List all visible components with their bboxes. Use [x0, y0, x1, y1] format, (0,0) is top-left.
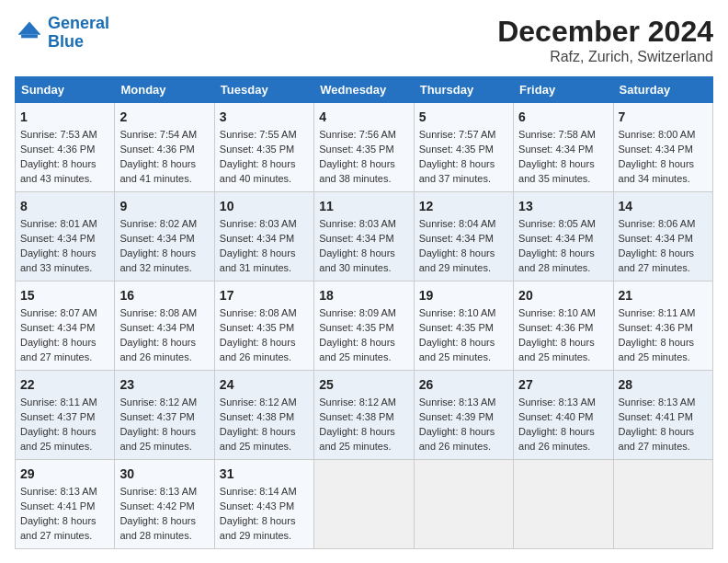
- calendar-cell: 7Sunrise: 8:00 AMSunset: 4:34 PMDaylight…: [613, 103, 712, 192]
- cell-text: Sunset: 4:38 PM: [319, 410, 408, 425]
- day-number: 11: [319, 197, 408, 215]
- cell-text: Sunrise: 8:13 AM: [119, 485, 209, 500]
- cell-text: Daylight: 8 hours: [220, 514, 309, 529]
- cell-text: Sunrise: 8:08 AM: [220, 306, 309, 321]
- cell-text: Daylight: 8 hours: [619, 157, 708, 172]
- cell-text: Sunset: 4:34 PM: [220, 232, 309, 247]
- cell-text: Sunrise: 8:13 AM: [419, 396, 508, 410]
- calendar-cell: 10Sunrise: 8:03 AMSunset: 4:34 PMDayligh…: [214, 192, 313, 282]
- cell-text: Sunrise: 8:00 AM: [619, 128, 708, 143]
- cell-text: and 31 minutes.: [220, 261, 309, 276]
- calendar-cell: 22Sunrise: 8:11 AMSunset: 4:37 PMDayligh…: [16, 371, 115, 460]
- cell-text: Daylight: 8 hours: [419, 425, 508, 440]
- cell-text: Sunset: 4:34 PM: [119, 232, 209, 247]
- calendar-cell: 8Sunrise: 8:01 AMSunset: 4:34 PMDaylight…: [16, 192, 115, 282]
- day-number: 15: [20, 286, 109, 304]
- cell-text: Sunrise: 8:10 AM: [518, 306, 608, 321]
- page-title: December 2024: [497, 15, 713, 49]
- cell-text: and 32 minutes.: [119, 261, 209, 276]
- cell-text: Sunset: 4:35 PM: [319, 321, 408, 336]
- cell-text: Daylight: 8 hours: [119, 425, 209, 440]
- cell-text: Sunset: 4:40 PM: [518, 410, 608, 425]
- cell-text: Daylight: 8 hours: [319, 157, 408, 172]
- calendar-cell: 24Sunrise: 8:12 AMSunset: 4:38 PMDayligh…: [214, 371, 313, 460]
- calendar-cell: [314, 460, 414, 549]
- cell-text: Sunset: 4:34 PM: [518, 232, 608, 247]
- cell-text: and 29 minutes.: [220, 529, 309, 544]
- calendar-cell: 13Sunrise: 8:05 AMSunset: 4:34 PMDayligh…: [514, 192, 613, 282]
- column-header-saturday: Saturday: [613, 77, 712, 103]
- day-number: 20: [518, 286, 608, 304]
- calendar-cell: 19Sunrise: 8:10 AMSunset: 4:35 PMDayligh…: [414, 282, 513, 371]
- week-row-2: 8Sunrise: 8:01 AMSunset: 4:34 PMDaylight…: [16, 192, 713, 282]
- cell-text: Sunrise: 8:12 AM: [319, 396, 408, 410]
- cell-text: Sunset: 4:38 PM: [220, 410, 309, 425]
- cell-text: Daylight: 8 hours: [619, 425, 708, 440]
- calendar-cell: 11Sunrise: 8:03 AMSunset: 4:34 PMDayligh…: [314, 192, 414, 282]
- cell-text: Sunrise: 8:06 AM: [619, 217, 708, 232]
- cell-text: Sunset: 4:41 PM: [20, 500, 109, 514]
- cell-text: Sunrise: 8:12 AM: [220, 396, 309, 410]
- day-number: 17: [220, 286, 309, 304]
- svg-rect-1: [21, 35, 38, 39]
- cell-text: Sunrise: 8:11 AM: [20, 396, 109, 410]
- cell-text: Sunrise: 8:03 AM: [319, 217, 408, 232]
- cell-text: and 26 minutes.: [518, 440, 608, 454]
- cell-text: Sunset: 4:36 PM: [619, 321, 708, 336]
- cell-text: and 26 minutes.: [119, 350, 209, 365]
- day-number: 29: [20, 465, 109, 483]
- calendar-cell: 3Sunrise: 7:55 AMSunset: 4:35 PMDaylight…: [214, 103, 313, 192]
- cell-text: Sunrise: 8:05 AM: [518, 217, 608, 232]
- calendar-cell: [414, 460, 513, 549]
- cell-text: and 33 minutes.: [20, 261, 109, 276]
- cell-text: Daylight: 8 hours: [319, 425, 408, 440]
- cell-text: and 30 minutes.: [319, 261, 408, 276]
- svg-marker-0: [18, 21, 41, 34]
- calendar-cell: 12Sunrise: 8:04 AMSunset: 4:34 PMDayligh…: [414, 192, 513, 282]
- cell-text: and 27 minutes.: [20, 529, 109, 544]
- cell-text: and 25 minutes.: [518, 350, 608, 365]
- logo: General Blue: [15, 15, 109, 52]
- cell-text: Sunset: 4:35 PM: [419, 143, 508, 157]
- calendar-cell: 1Sunrise: 7:53 AMSunset: 4:36 PMDaylight…: [16, 103, 115, 192]
- cell-text: Sunrise: 7:57 AM: [419, 128, 508, 143]
- day-number: 26: [419, 375, 508, 394]
- cell-text: and 25 minutes.: [220, 440, 309, 454]
- column-header-wednesday: Wednesday: [314, 77, 414, 103]
- cell-text: Sunrise: 8:13 AM: [20, 485, 109, 500]
- cell-text: Daylight: 8 hours: [619, 247, 708, 261]
- calendar-cell: 17Sunrise: 8:08 AMSunset: 4:35 PMDayligh…: [214, 282, 313, 371]
- cell-text: Sunset: 4:35 PM: [419, 321, 508, 336]
- cell-text: Daylight: 8 hours: [419, 157, 508, 172]
- cell-text: Daylight: 8 hours: [119, 514, 209, 529]
- calendar-cell: 29Sunrise: 8:13 AMSunset: 4:41 PMDayligh…: [16, 460, 115, 549]
- cell-text: Sunset: 4:34 PM: [619, 143, 708, 157]
- calendar-cell: 25Sunrise: 8:12 AMSunset: 4:38 PMDayligh…: [314, 371, 414, 460]
- day-number: 23: [119, 375, 209, 394]
- cell-text: Sunset: 4:35 PM: [319, 143, 408, 157]
- calendar-cell: [514, 460, 613, 549]
- cell-text: Sunset: 4:34 PM: [619, 232, 708, 247]
- cell-text: Sunset: 4:43 PM: [220, 500, 309, 514]
- day-number: 5: [419, 108, 508, 126]
- logo-text: General Blue: [48, 15, 109, 52]
- week-row-1: 1Sunrise: 7:53 AMSunset: 4:36 PMDaylight…: [16, 103, 713, 192]
- calendar-cell: 9Sunrise: 8:02 AMSunset: 4:34 PMDaylight…: [115, 192, 214, 282]
- cell-text: and 40 minutes.: [220, 172, 309, 187]
- calendar-cell: 4Sunrise: 7:56 AMSunset: 4:35 PMDaylight…: [314, 103, 414, 192]
- cell-text: Daylight: 8 hours: [20, 157, 109, 172]
- cell-text: Sunrise: 7:55 AM: [220, 128, 309, 143]
- cell-text: and 37 minutes.: [419, 172, 508, 187]
- day-number: 16: [119, 286, 209, 304]
- day-number: 13: [518, 197, 608, 215]
- cell-text: and 29 minutes.: [419, 261, 508, 276]
- cell-text: Daylight: 8 hours: [319, 247, 408, 261]
- cell-text: Sunset: 4:39 PM: [419, 410, 508, 425]
- page-header: General Blue December 2024 Rafz, Zurich,…: [15, 15, 713, 65]
- cell-text: Daylight: 8 hours: [220, 336, 309, 350]
- day-number: 12: [419, 197, 508, 215]
- day-number: 8: [20, 197, 109, 215]
- cell-text: and 27 minutes.: [20, 350, 109, 365]
- cell-text: Daylight: 8 hours: [119, 157, 209, 172]
- column-header-tuesday: Tuesday: [214, 77, 313, 103]
